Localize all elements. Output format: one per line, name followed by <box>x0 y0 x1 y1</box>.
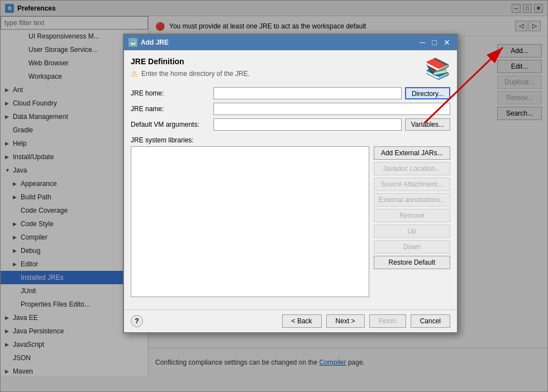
jre-definition-title: JRE Definition <box>131 57 250 66</box>
libraries-label: JRE system libraries: <box>131 136 450 144</box>
finish-button[interactable]: Finish <box>369 314 406 328</box>
cancel-button[interactable]: Cancel <box>411 314 450 328</box>
javadoc-location-button[interactable]: Javadoc Location... <box>374 162 450 175</box>
lib-remove-button[interactable]: Remove <box>374 209 450 222</box>
dialog-warning-text: Enter the home directory of the JRE. <box>141 70 250 78</box>
books-icon: 📚 <box>425 57 450 80</box>
directory-button[interactable]: Directory... <box>405 87 450 99</box>
dialog-body: JRE Definition ⚠ Enter the home director… <box>124 50 457 309</box>
add-jre-dialog: ☕ Add JRE ─ □ ✕ JRE Definition ⚠ Enter t… <box>123 34 458 333</box>
dialog-title-bar: ☕ Add JRE ─ □ ✕ <box>124 35 457 50</box>
restore-default-button[interactable]: Restore Default <box>374 256 450 269</box>
form-grid: JRE home: Directory... JRE name: Default… <box>131 87 450 131</box>
dialog-footer: ? < Back Next > Finish Cancel <box>124 309 457 332</box>
dialog-controls: ─ □ ✕ <box>418 39 452 46</box>
libraries-list <box>131 146 369 297</box>
variables-button[interactable]: Variables... <box>405 118 450 131</box>
vm-args-label: Default VM arguments: <box>131 121 209 128</box>
libraries-buttons: Add External JARs... Javadoc Location...… <box>374 146 450 297</box>
vm-args-row: Variables... <box>213 118 450 131</box>
jre-name-label: JRE name: <box>131 105 209 113</box>
jre-name-row <box>213 103 450 115</box>
jre-home-row: Directory... <box>213 87 450 99</box>
dialog-maximize-button[interactable]: □ <box>430 39 439 46</box>
dialog-header-section: JRE Definition ⚠ Enter the home director… <box>131 57 450 80</box>
source-attachment-button[interactable]: Source Attachment... <box>374 178 450 191</box>
next-button[interactable]: Next > <box>326 314 365 328</box>
dialog-minimize-button[interactable]: ─ <box>418 39 428 46</box>
libraries-content: Add External JARs... Javadoc Location...… <box>131 146 450 297</box>
jre-name-input[interactable] <box>213 103 450 115</box>
vm-args-input[interactable] <box>213 118 402 131</box>
dialog-close-button[interactable]: ✕ <box>441 39 452 46</box>
back-button[interactable]: < Back <box>282 314 322 328</box>
help-button[interactable]: ? <box>131 315 143 327</box>
jre-home-input[interactable] <box>213 87 402 99</box>
external-annotations-button[interactable]: External annotations... <box>374 193 450 207</box>
lib-up-button[interactable]: Up <box>374 224 450 238</box>
jre-home-label: JRE home: <box>131 89 209 97</box>
dialog-header-left: JRE Definition ⚠ Enter the home director… <box>131 57 250 78</box>
warn-triangle-icon: ⚠ <box>131 69 138 78</box>
lib-down-button[interactable]: Down <box>374 240 450 254</box>
dialog-warning: ⚠ Enter the home directory of the JRE. <box>131 69 250 78</box>
libraries-section: JRE system libraries: Add External JARs.… <box>131 136 450 297</box>
dialog-title: Add JRE <box>141 39 169 46</box>
add-external-jars-button[interactable]: Add External JARs... <box>374 146 450 160</box>
dialog-jre-icon: ☕ <box>128 38 137 47</box>
